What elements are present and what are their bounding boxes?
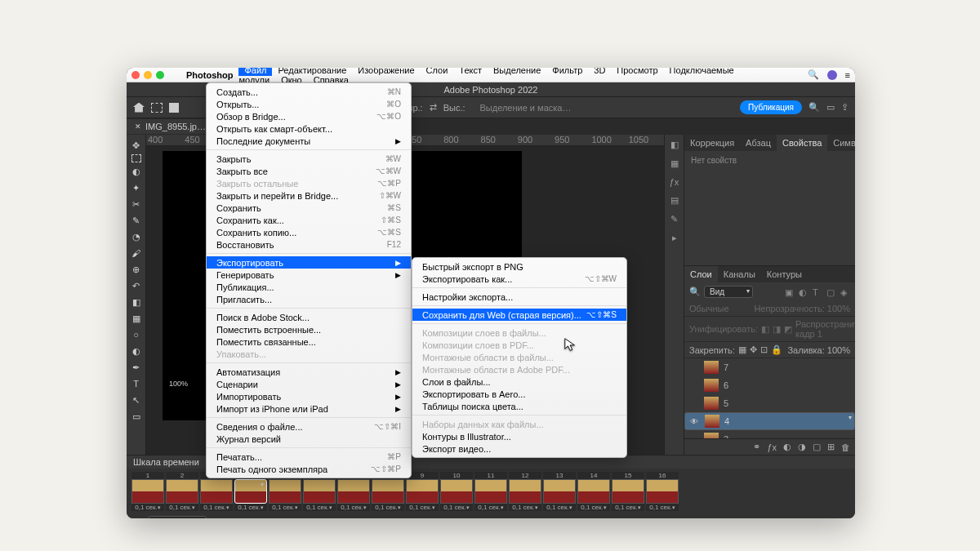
publish-button[interactable]: Публикация	[740, 100, 802, 114]
wand-tool[interactable]: ✦	[128, 180, 145, 195]
filter-image-icon[interactable]: ▣	[785, 287, 795, 297]
layer-fx-icon[interactable]: ƒx	[767, 442, 777, 452]
close-icon[interactable]	[131, 71, 140, 79]
menu-item[interactable]: Закрыть⌘W	[207, 153, 411, 165]
menu-item[interactable]: Печатать...⌘P	[207, 451, 411, 463]
menu-фильтр[interactable]: Фильтр	[546, 68, 588, 76]
layer-row[interactable]: 👁4	[684, 412, 855, 430]
menu-item[interactable]: ВосстановитьF12	[207, 238, 411, 251]
menu-item[interactable]: Генерировать▶	[207, 269, 411, 281]
next-frame-icon[interactable]: ▶	[255, 517, 261, 519]
layer-tab[interactable]: Контуры	[761, 266, 808, 282]
menu-item[interactable]: Открыть...⌘O	[207, 98, 411, 110]
control-center-icon[interactable]	[827, 70, 837, 80]
layer-row[interactable]: 5	[684, 394, 855, 412]
menu-item[interactable]: Поместить связанные...	[207, 335, 411, 348]
share-icon[interactable]: ⇪	[841, 102, 849, 113]
menu-item[interactable]: Экспортировать в Aero...	[412, 388, 626, 400]
menu-item[interactable]: Автоматизация▶	[207, 366, 411, 378]
menu-extra-icon[interactable]: ≡	[845, 70, 850, 80]
menu-item[interactable]: Импорт из iPhone или iPad▶	[207, 402, 411, 415]
lock-all-icon[interactable]: 🔒	[771, 344, 782, 355]
menu-item[interactable]: Создать...⌘N	[207, 86, 411, 98]
unify-position-icon[interactable]: ◧	[761, 324, 769, 335]
filter-smart-icon[interactable]: ◈	[840, 287, 850, 297]
menu-item[interactable]: Сценарии▶	[207, 378, 411, 390]
menu-item[interactable]: Настройки экспорта...	[412, 291, 626, 303]
close-tab-icon[interactable]: ✕	[135, 122, 141, 131]
menu-item[interactable]: Сохранить⌘S	[207, 202, 411, 214]
panel-tab[interactable]: Абзац	[740, 135, 777, 151]
opacity-value[interactable]: 100%	[827, 304, 850, 313]
blend-mode-label[interactable]: Обычные	[689, 304, 729, 313]
marquee-tool[interactable]	[131, 154, 141, 162]
loop-select[interactable]: Постоянно	[148, 516, 207, 519]
dodge-tool[interactable]: ◐	[128, 344, 145, 358]
app-menu[interactable]: Photoshop	[180, 69, 238, 81]
blur-tool[interactable]: ○	[128, 327, 145, 342]
new-adjustment-icon[interactable]: ◑	[798, 442, 806, 452]
frame[interactable]: 10,1 сек.▾	[131, 472, 164, 511]
menu-item[interactable]: Сохранить копию...⌥⌘S	[207, 226, 411, 238]
minimize-icon[interactable]	[144, 71, 152, 79]
first-frame-icon[interactable]: ⏮	[213, 517, 222, 518]
tool-preset-icon[interactable]	[169, 103, 179, 113]
menu-item[interactable]: Закрыть и перейти в Bridge...⇧⌘W	[207, 189, 411, 202]
layer-row[interactable]: 6	[684, 376, 855, 394]
spotlight-icon[interactable]: 🔍	[808, 69, 819, 80]
visibility-icon[interactable]: 👁	[690, 417, 700, 426]
unify-visibility-icon[interactable]: ◨	[773, 324, 781, 335]
eraser-tool[interactable]: ◧	[128, 295, 145, 309]
menu-изображение[interactable]: Изображение	[352, 68, 420, 76]
menu-item[interactable]: Контуры в Illustrator...	[412, 430, 626, 442]
menu-item[interactable]: Публикация...	[207, 281, 411, 293]
color-icon[interactable]: ◧	[670, 140, 679, 150]
frame[interactable]: 110,1 сек.▾	[474, 472, 507, 511]
menu-текст[interactable]: Текст	[453, 68, 488, 76]
workspace-icon[interactable]: ▭	[826, 102, 835, 113]
menu-item[interactable]: Сохранить как...⇧⌘S	[207, 214, 411, 226]
fill-value[interactable]: 100%	[827, 345, 850, 355]
frame[interactable]: 120,1 сек.▾	[509, 472, 541, 511]
menu-item[interactable]: Сохранить для Web (старая версия)...⌥⇧⌘S	[412, 309, 626, 321]
menu-item[interactable]: Печать одного экземпляра⌥⇧⌘P	[207, 463, 411, 475]
menu-item[interactable]: Поместить встроенные...	[207, 323, 411, 335]
move-tool[interactable]: ✥	[128, 138, 145, 153]
filter-adj-icon[interactable]: ◐	[799, 287, 808, 297]
frame[interactable]: 100,1 сек.▾	[440, 472, 473, 511]
filter-type-icon[interactable]: T	[813, 287, 822, 297]
stamp-tool[interactable]: ⊕	[128, 262, 145, 277]
menu-просмотр[interactable]: Просмотр	[611, 68, 663, 76]
menu-item[interactable]: Обзор в Bridge...⌥⌘O	[207, 110, 411, 122]
menu-слои[interactable]: Слои	[421, 68, 454, 76]
menu-item[interactable]: Сведения о файле...⌥⇧⌘I	[207, 420, 411, 433]
document-tab[interactable]: ✕ IMG_8955.jp…	[127, 119, 214, 134]
history-icon[interactable]: ▤	[670, 195, 679, 206]
frame[interactable]: 130,1 сек.▾	[543, 472, 576, 511]
convert-timeline-icon[interactable]: ▦	[133, 517, 141, 519]
swatches-icon[interactable]: ▦	[670, 158, 679, 169]
shape-tool[interactable]: ▭	[128, 409, 145, 424]
history-brush-tool[interactable]: ↶	[128, 278, 145, 293]
type-tool[interactable]: T	[128, 376, 145, 391]
panel-tab[interactable]: Коррекция	[684, 135, 740, 151]
layer-row[interactable]: 7	[684, 358, 855, 376]
search-icon[interactable]: 🔍	[808, 102, 820, 113]
gradient-tool[interactable]: ▦	[128, 311, 145, 326]
zoom-icon[interactable]	[156, 71, 164, 79]
frame[interactable]: 90,1 сек.▾	[406, 472, 439, 511]
menu-item[interactable]: Открыть как смарт-объект...	[207, 122, 411, 135]
play-icon[interactable]: ▶	[242, 517, 248, 519]
menu-item[interactable]: Слои в файлы...	[412, 375, 626, 388]
new-group-icon[interactable]: ▢	[813, 442, 821, 452]
menu-item[interactable]: Последние документы▶	[207, 135, 411, 147]
menu-item[interactable]: Экспортировать▶	[207, 256, 411, 269]
menu-item[interactable]: Экспортировать как...⌥⇧⌘W	[412, 273, 626, 285]
select-mask-button[interactable]: Выделение и маска…	[480, 103, 572, 113]
prev-frame-icon[interactable]: ◀	[229, 517, 235, 519]
marquee-tool-icon[interactable]	[151, 103, 163, 113]
layer-mask-icon[interactable]: ◐	[783, 442, 791, 452]
brush-settings-icon[interactable]: ✎	[670, 214, 678, 224]
link-layers-icon[interactable]: ⚭	[753, 442, 760, 452]
path-tool[interactable]: ↖	[128, 393, 145, 407]
